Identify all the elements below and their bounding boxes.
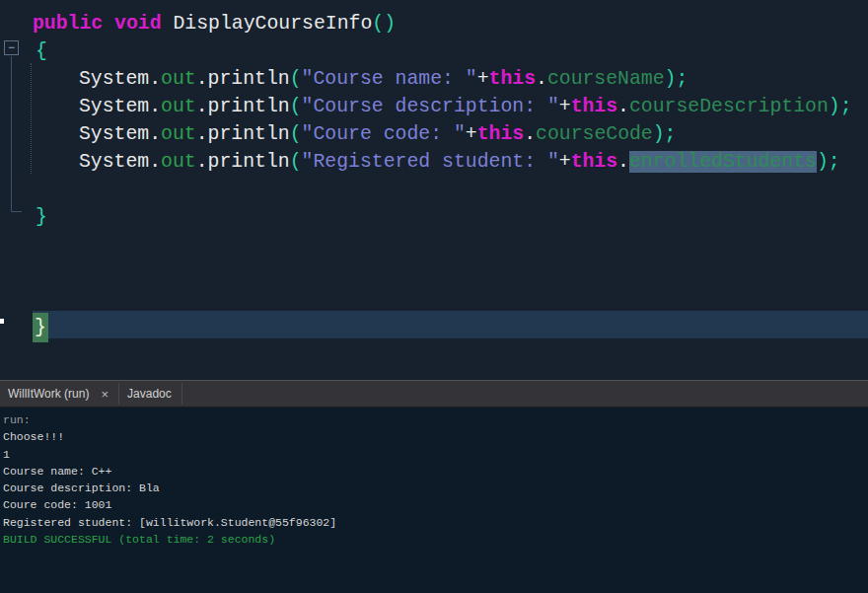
code-token: out bbox=[161, 123, 196, 145]
code-token: ); bbox=[817, 151, 840, 173]
code-token: . bbox=[617, 151, 629, 173]
code-token: this bbox=[477, 123, 524, 145]
console-line: BUILD SUCCESSFUL (total time: 2 seconds) bbox=[0, 531, 868, 548]
tab-willitwork-run[interactable]: WillItWork (run) × bbox=[0, 381, 118, 407]
code-token: { bbox=[36, 40, 47, 62]
code-token: "Coure code: " bbox=[302, 123, 466, 145]
code-token: . bbox=[196, 151, 208, 173]
code-token: this bbox=[489, 68, 536, 90]
code-token: "Course description: " bbox=[302, 96, 559, 117]
tab-separator bbox=[181, 383, 182, 405]
code-line[interactable]: } bbox=[33, 314, 48, 341]
tab-label: WillItWork (run) bbox=[8, 387, 89, 401]
code-token: out bbox=[161, 96, 196, 117]
indent-guide-line bbox=[31, 63, 32, 174]
current-line-highlight bbox=[33, 311, 868, 338]
code-token: this bbox=[571, 96, 617, 117]
tab-javadoc[interactable]: Javadoc bbox=[119, 381, 181, 407]
code-line[interactable]: System.out.println("Course description: … bbox=[79, 93, 852, 120]
code-token: "Registered student: " bbox=[302, 151, 559, 173]
console-line: Registered student: [willitwork.Student@… bbox=[0, 514, 868, 531]
code-token: ( bbox=[290, 151, 302, 173]
code-token: System bbox=[79, 123, 149, 145]
code-token: () bbox=[372, 13, 396, 35]
console-line: Course name: C++ bbox=[0, 463, 868, 480]
code-token: System bbox=[79, 68, 149, 90]
code-token: out bbox=[161, 151, 196, 173]
code-token: . bbox=[149, 151, 161, 173]
code-token bbox=[103, 13, 114, 35]
code-token: ); bbox=[829, 96, 852, 117]
code-token: DisplayCourseInfo bbox=[162, 13, 373, 35]
code-token: ); bbox=[665, 68, 688, 90]
code-token: . bbox=[196, 123, 208, 145]
code-token: courseCode bbox=[536, 123, 653, 145]
code-line[interactable]: public void DisplayCourseInfo() bbox=[33, 10, 396, 37]
code-line[interactable]: System.out.println("Course name: "+this.… bbox=[79, 65, 687, 93]
code-token: System bbox=[79, 151, 149, 173]
code-token: out bbox=[161, 68, 196, 90]
code-token: + bbox=[559, 151, 571, 173]
code-token: println bbox=[208, 151, 290, 173]
code-token: "Course name: " bbox=[302, 68, 477, 90]
code-token: void bbox=[114, 13, 161, 35]
code-token: } bbox=[36, 206, 47, 228]
code-token: println bbox=[208, 68, 290, 90]
caret-line-mark bbox=[0, 319, 4, 324]
code-token: this bbox=[571, 151, 617, 173]
code-token: . bbox=[617, 96, 629, 117]
close-icon[interactable]: × bbox=[101, 387, 108, 402]
fold-collapse-button[interactable]: − bbox=[4, 40, 19, 55]
code-token: + bbox=[559, 96, 571, 117]
code-line[interactable]: { bbox=[36, 37, 47, 65]
console-line: run: bbox=[0, 411, 868, 428]
code-editor[interactable]: − public void DisplayCourseInfo(){System… bbox=[0, 0, 868, 380]
output-console[interactable]: run:Choose!!!1Course name: C++Course des… bbox=[0, 408, 868, 593]
code-token: + bbox=[466, 123, 477, 145]
code-token: ( bbox=[290, 123, 302, 145]
code-token: . bbox=[149, 123, 161, 145]
code-token: . bbox=[536, 68, 547, 90]
fold-guide-line bbox=[11, 56, 12, 211]
code-token: println bbox=[208, 96, 290, 117]
code-token: . bbox=[196, 96, 208, 117]
output-tab-bar: WillItWork (run) × Javadoc bbox=[0, 380, 868, 408]
console-line: 1 bbox=[0, 446, 868, 463]
minus-icon: − bbox=[8, 40, 15, 54]
code-line[interactable]: } bbox=[36, 203, 47, 231]
code-token: . bbox=[524, 123, 536, 145]
console-line: Choose!!! bbox=[0, 428, 868, 445]
code-token: ); bbox=[653, 123, 677, 145]
code-token: courseName bbox=[547, 68, 665, 90]
code-token: . bbox=[196, 68, 208, 90]
code-token: ( bbox=[290, 68, 302, 90]
code-token: + bbox=[477, 68, 489, 90]
code-token: . bbox=[149, 96, 161, 117]
code-token: courseDescription bbox=[629, 96, 829, 117]
code-token: enrolledStudents bbox=[629, 151, 817, 173]
code-token: public bbox=[33, 13, 103, 35]
code-token: ( bbox=[290, 96, 302, 117]
code-token: println bbox=[208, 123, 290, 145]
fold-guide-foot bbox=[11, 211, 22, 212]
code-token: . bbox=[149, 68, 161, 90]
code-token: System bbox=[79, 96, 149, 117]
code-line[interactable]: System.out.println("Registered student: … bbox=[79, 148, 840, 176]
code-line[interactable]: System.out.println("Coure code: "+this.c… bbox=[79, 120, 677, 148]
code-token: } bbox=[33, 313, 48, 342]
console-line: Course description: Bla bbox=[0, 480, 868, 496]
tab-label: Javadoc bbox=[127, 387, 172, 401]
console-line: Coure code: 1001 bbox=[0, 496, 868, 513]
